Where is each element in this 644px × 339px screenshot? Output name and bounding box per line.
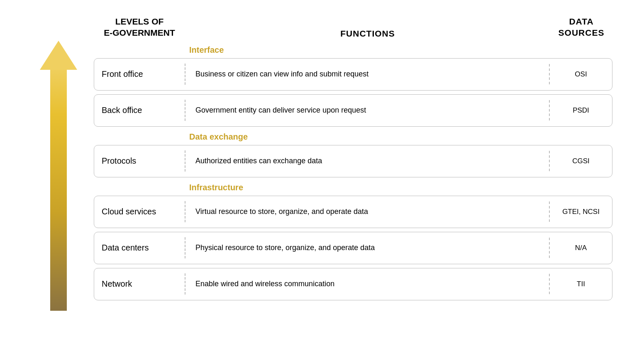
sections-container: InterfaceFront officeBusiness or citizen…: [94, 44, 612, 304]
cell-source: N/A: [550, 238, 612, 258]
cell-source: GTEI, NCSI: [550, 202, 612, 222]
cell-level: Cloud services: [94, 201, 185, 222]
cell-level: Network: [94, 273, 185, 295]
section-label-2: Infrastructure: [94, 181, 612, 194]
section-label-1: Data exchange: [94, 130, 612, 143]
cell-level: Back office: [94, 100, 185, 121]
level-arrow: [38, 41, 79, 323]
table-row-2-1: Data centersPhysical resource to store, …: [94, 232, 612, 264]
cell-source: CGSI: [550, 151, 612, 171]
table-row-1-0: ProtocolsAuthorized entities can exchang…: [94, 145, 612, 177]
title-line1: LEVELS OF: [94, 16, 185, 27]
section-label-0: Interface: [94, 44, 612, 56]
cell-function: Physical resource to store, organize, an…: [185, 238, 550, 258]
functions-header: FUNCTIONS: [185, 29, 550, 39]
cell-function: Government entity can deliver service up…: [185, 100, 550, 120]
table-row-2-2: NetworkEnable wired and wireless communi…: [94, 268, 612, 300]
cell-function: Virtual resource to store, organize, and…: [185, 201, 550, 222]
cell-source: TII: [550, 274, 612, 294]
svg-rect-0: [50, 66, 67, 311]
table-row-0-1: Back officeGovernment entity can deliver…: [94, 94, 612, 127]
table-row-0-0: Front officeBusiness or citizen can view…: [94, 58, 612, 91]
cell-source: OSI: [550, 64, 612, 84]
cell-level: Front office: [94, 64, 185, 85]
cell-source: PSDI: [550, 101, 612, 120]
cell-function: Enable wired and wireless communication: [185, 274, 550, 294]
diagram: LEVELS OF E-GOVERNMENT FUNCTIONS DATA SO…: [15, 3, 629, 336]
table-row-2-0: Cloud servicesVirtual resource to store,…: [94, 196, 612, 228]
title-line2: E-GOVERNMENT: [94, 27, 185, 38]
datasources-header: DATA SOURCES: [550, 16, 612, 39]
cell-function: Business or citizen can view info and su…: [185, 64, 550, 84]
left-column: [32, 16, 85, 323]
cell-function: Authorized entities can exchange data: [185, 151, 550, 171]
left-header: LEVELS OF E-GOVERNMENT: [94, 16, 185, 39]
content-area: LEVELS OF E-GOVERNMENT FUNCTIONS DATA SO…: [94, 16, 612, 323]
svg-marker-1: [40, 41, 77, 70]
headers-row: LEVELS OF E-GOVERNMENT FUNCTIONS DATA SO…: [94, 16, 612, 39]
cell-level: Data centers: [94, 237, 185, 258]
cell-level: Protocols: [94, 150, 185, 172]
